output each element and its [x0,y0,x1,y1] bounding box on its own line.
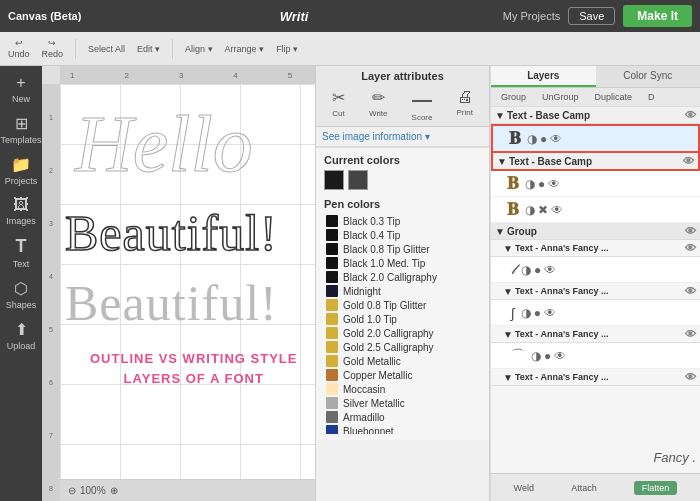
beautiful-outline: Beautiful! [65,204,278,262]
print-button[interactable]: 🖨 Print [456,88,472,122]
sidebar-item-text[interactable]: T Text [2,232,40,273]
eye-icon-annag1[interactable]: 👁 [685,242,696,254]
eye-icon-groupg[interactable]: 👁 [685,225,696,237]
sidebar-item-shapes[interactable]: ⬡ Shapes [2,275,40,314]
arrange-button[interactable]: Arrange ▾ [225,44,265,54]
sidebar-item-upload[interactable]: ⬆ Upload [2,316,40,355]
layer-row-fancy-3[interactable]: ⌒ ◑ ● 👁 [491,343,700,369]
select-all-button[interactable]: Select All [88,44,125,54]
pen-color-item[interactable]: Black 2.0 Calligraphy [324,270,481,284]
pen-color-item[interactable]: Gold 0.8 Tip Glitter [324,298,481,312]
pen-color-item[interactable]: Copper Metallic [324,368,481,382]
color-swatch-1[interactable] [324,170,344,190]
undo-button[interactable]: ↩Undo [8,38,30,59]
half-circle-f2[interactable]: ◑ [521,306,531,320]
tab-color-sync[interactable]: Color Sync [596,66,701,87]
flip-button[interactable]: Flip ▾ [276,44,298,54]
layer-group-text-base-camp-1[interactable]: ▼ Text - Base Camp 👁 [491,107,700,124]
eye-icon-annag2[interactable]: 👁 [685,285,696,297]
half-circle-f1[interactable]: ◑ [521,263,531,277]
eye-icon-annag3[interactable]: 👁 [685,328,696,340]
layer-row-b1[interactable]: 𝐁 ◑ ● 👁 [491,124,700,153]
group-button[interactable]: Group [495,90,532,104]
eye-f2[interactable]: 👁 [544,306,556,320]
eye-icon-3[interactable]: 👁 [551,203,563,217]
sidebar-item-new[interactable]: + New [2,70,40,108]
pen-color-item[interactable]: Midnight [324,284,481,298]
pen-color-item[interactable]: Armadillo [324,410,481,424]
eye-icon-group1[interactable]: 👁 [685,109,696,121]
eye-icon-group2[interactable]: 👁 [683,155,694,167]
weld-button[interactable]: Weld [514,483,534,493]
pen-color-item[interactable]: Black 0.4 Tip [324,228,481,242]
make-it-button[interactable]: Make It [623,5,692,27]
save-button[interactable]: Save [568,7,615,25]
panel-tabs: Layers Color Sync [491,66,700,88]
layer-subgroup-annas-1[interactable]: ▼ Text - Anna's Fancy ... 👁 [491,240,700,257]
circle-icon-2[interactable]: ● [538,177,545,191]
score-button[interactable]: — Score [412,88,433,122]
align-button[interactable]: Align ▾ [185,44,213,54]
eye-icon-1[interactable]: 👁 [550,132,562,146]
canvas-area[interactable]: 1 2 3 4 5 6 7 1 2 3 4 5 6 7 8 9 Hello Be… [42,66,315,501]
zoom-plus[interactable]: ⊕ [110,485,118,496]
eye-icon-2[interactable]: 👁 [548,177,560,191]
layer-subgroup-annas-3[interactable]: ▼ Text - Anna's Fancy ... 👁 [491,326,700,343]
layer-group-group[interactable]: ▼ Group 👁 [491,223,700,240]
circle-f2[interactable]: ● [534,306,541,320]
my-projects-link[interactable]: My Projects [503,10,560,22]
pen-color-item[interactable]: Gold 1.0 Tip [324,312,481,326]
eye-icon-annag4[interactable]: 👁 [685,371,696,383]
layer-subgroup-annas-4[interactable]: ▼ Text - Anna's Fancy ... 👁 [491,369,700,386]
toolbar: ↩Undo ↪Redo Select All Edit ▾ Align ▾ Ar… [0,32,700,66]
pen-color-item[interactable]: Black 0.3 Tip [324,214,481,228]
d-button[interactable]: D [642,90,661,104]
images-icon: 🖼 [13,196,29,214]
edit-button[interactable]: Edit ▾ [137,44,160,54]
eye-f3[interactable]: 👁 [554,349,566,363]
write-button[interactable]: ✏ Write [369,88,388,122]
x-icon-3[interactable]: ✖ [538,203,548,217]
half-circle-icon-2[interactable]: ◑ [525,177,535,191]
pen-color-item[interactable]: Moccasin [324,382,481,396]
group-triangle-2: ▼ [497,156,507,167]
pen-color-item[interactable]: Gold Metallic [324,354,481,368]
cut-button[interactable]: ✂ Cut [332,88,345,122]
circle-f3[interactable]: ● [544,349,551,363]
tab-layers[interactable]: Layers [491,66,596,87]
pen-color-item[interactable]: Bluebonnet [324,424,481,434]
pen-color-item[interactable]: Gold 2.0 Calligraphy [324,326,481,340]
layer-row-b2[interactable]: 𝐁 ◑ ● 👁 [491,171,700,197]
half-circle-icon-3[interactable]: ◑ [525,203,535,217]
layer-attributes-title: Layer attributes [316,70,489,86]
layer-row-b3[interactable]: 𝐁 ◑ ✖ 👁 [491,197,700,223]
pen-color-item[interactable]: Black 0.8 Tip Glitter [324,242,481,256]
circle-icon-1[interactable]: ● [540,132,547,146]
sidebar-item-label: Images [6,216,36,226]
attach-button[interactable]: Attach [571,483,597,493]
layer-subgroup-annas-2[interactable]: ▼ Text - Anna's Fancy ... 👁 [491,283,700,300]
pen-color-item[interactable]: Silver Metallic [324,396,481,410]
duplicate-button[interactable]: Duplicate [589,90,639,104]
layer-row-fancy-2[interactable]: ∫ ◑ ● 👁 [491,300,700,326]
flatten-button[interactable]: Flatten [634,481,678,495]
redo-button[interactable]: ↪Redo [42,38,64,59]
b-icon-3: 𝐁 [507,199,519,220]
layer-row-fancy-1[interactable]: 𝓁 ◑ ● 👁 [491,257,700,283]
sidebar-item-projects[interactable]: 📁 Projects [2,151,40,190]
cut-icon: ✂ [332,88,345,107]
ungroup-button[interactable]: UnGroup [536,90,585,104]
canvas-label: OUTLINE VS WRITING STYLE LAYERS OF A FON… [90,349,297,388]
color-swatch-2[interactable] [348,170,368,190]
circle-f1[interactable]: ● [534,263,541,277]
sidebar-item-images[interactable]: 🖼 Images [2,192,40,230]
sidebar-item-templates[interactable]: ⊞ Templates [2,110,40,149]
eye-f1[interactable]: 👁 [544,263,556,277]
pen-color-item[interactable]: Black 1.0 Med. Tip [324,256,481,270]
zoom-minus[interactable]: ⊖ [68,485,76,496]
see-image-info[interactable]: See image information ▾ [316,127,489,147]
half-circle-icon-1[interactable]: ◑ [527,132,537,146]
pen-color-item[interactable]: Gold 2.5 Calligraphy [324,340,481,354]
layer-group-text-base-camp-2[interactable]: ▼ Text - Base Camp 👁 [491,153,700,171]
half-circle-f3[interactable]: ◑ [531,349,541,363]
